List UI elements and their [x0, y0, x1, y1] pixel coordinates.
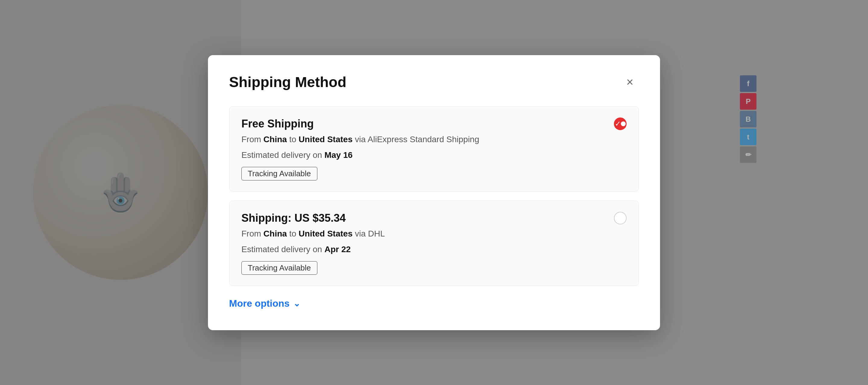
modal-title: Shipping Method [229, 74, 346, 90]
shipping-method-modal: Shipping Method × Free Shipping ✓ From C… [208, 55, 660, 330]
shipping-delivery-free: Estimated delivery on May 16 [241, 149, 627, 161]
modal-header: Shipping Method × [229, 73, 639, 91]
chevron-down-icon: ⌄ [293, 298, 300, 309]
modal-backdrop[interactable]: Shipping Method × Free Shipping ✓ From C… [0, 0, 868, 385]
shipping-option-name-free: Free Shipping [241, 118, 314, 130]
radio-button-free[interactable]: ✓ [614, 118, 627, 130]
tracking-badge-free: Tracking Available [241, 167, 317, 181]
more-options-button[interactable]: More options ⌄ [229, 295, 300, 312]
close-button[interactable]: × [621, 73, 639, 91]
shipping-option-dhl[interactable]: Shipping: US $35.34 From China to United… [229, 201, 639, 286]
shipping-detail-free: From China to United States via AliExpre… [241, 133, 627, 146]
tracking-badge-dhl: Tracking Available [241, 261, 317, 275]
shipping-option-free[interactable]: Free Shipping ✓ From China to United Sta… [229, 106, 639, 192]
shipping-detail-dhl: From China to United States via DHL [241, 227, 627, 240]
checkmark-icon: ✓ [615, 120, 621, 128]
shipping-option-name-dhl: Shipping: US $35.34 [241, 212, 346, 224]
radio-button-dhl[interactable] [614, 212, 627, 224]
more-options-label: More options [229, 298, 290, 309]
shipping-delivery-dhl: Estimated delivery on Apr 22 [241, 243, 627, 256]
